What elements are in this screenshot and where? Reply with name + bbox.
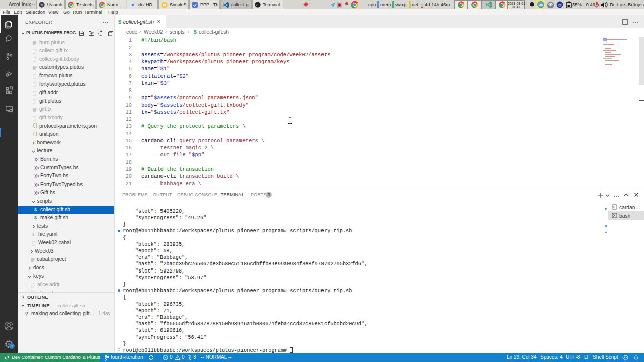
svg-text:@: @	[558, 3, 562, 7]
